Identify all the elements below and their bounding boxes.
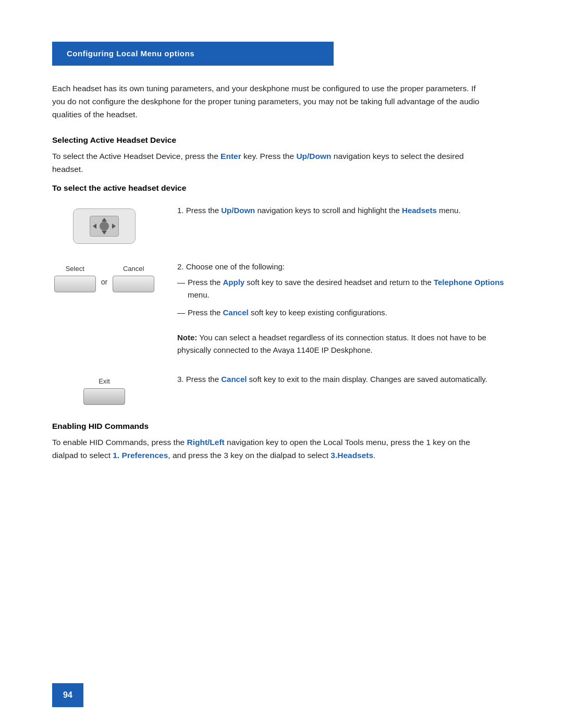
subsection1-heading: To select the active headset device	[52, 183, 511, 193]
nav-up-arrow	[102, 218, 107, 221]
step2-row: Select or Cancel 2. Choose one of the fo…	[52, 261, 511, 356]
nav-down-arrow	[102, 231, 107, 235]
cancel-softkey-item: Cancel	[113, 265, 154, 292]
enabling-preferences-label: 1. Preferences	[113, 451, 168, 460]
header-banner-text: Configuring Local Menu options	[67, 49, 194, 58]
step3-text-col: 3. Press the Cancel soft key to exit to …	[177, 373, 511, 386]
enabling-subtext: To enable HID Commands, press the Right/…	[52, 436, 480, 462]
step2-bullet1: Press the Apply soft key to save the des…	[177, 276, 511, 301]
cancel-softkey-btn[interactable]	[113, 276, 154, 292]
step2-bullet2-pre: Press the	[188, 308, 223, 317]
updown-label: Up/Down	[296, 152, 331, 161]
exit-key-btn[interactable]	[83, 388, 125, 405]
nav-h-row	[93, 221, 116, 231]
enabling-text-pre: To enable HID Commands, press the	[52, 438, 187, 447]
enabling-text-and: , and press the 3 key on the dialpad to …	[168, 451, 331, 460]
step1-text-post: navigation keys to scroll and highlight …	[255, 206, 402, 215]
step1-image-col	[52, 204, 156, 244]
step2-bullet1-post: menu.	[188, 290, 210, 299]
up-arrow-icon	[102, 218, 107, 221]
enabling-heading: Enabling HID Commands	[52, 422, 511, 431]
step2-bullet2: Press the Cancel soft key to keep existi…	[177, 306, 511, 319]
step2-apply-label: Apply	[223, 278, 245, 287]
step2-note: Note: You can select a headset regardles…	[177, 331, 511, 356]
enabling-rightleft-label: Right/Left	[187, 438, 224, 447]
nav-cluster	[93, 218, 116, 235]
step2-cancel-label: Cancel	[223, 308, 249, 317]
step1-text-col: 1. Press the Up/Down navigation keys to …	[177, 204, 511, 217]
header-banner: Configuring Local Menu options	[52, 42, 334, 66]
step3-row: Exit 3. Press the Cancel soft key to exi…	[52, 373, 511, 405]
cancel-softkey-label: Cancel	[123, 265, 144, 273]
section1-subtext: To select the Active Headset Device, pre…	[52, 150, 480, 176]
step3-text-pre: Press the	[186, 375, 222, 384]
left-arrow-icon	[93, 224, 96, 229]
select-softkey-btn[interactable]	[54, 276, 96, 292]
step2-bullet-list: Press the Apply soft key to save the des…	[177, 276, 511, 324]
step1-headsets-label: Headsets	[402, 206, 437, 215]
step2-number: 2. Choose one of the following:	[177, 261, 511, 273]
page-container: Configuring Local Menu options Each head…	[0, 0, 563, 728]
page-number-box: 94	[52, 683, 83, 707]
step3-text-post: soft key to exit to the main display. Ch…	[247, 375, 487, 384]
nav-device-inner	[90, 216, 119, 237]
intro-paragraph: Each headset has its own tuning paramete…	[52, 82, 480, 121]
down-arrow-icon	[102, 231, 107, 235]
softkey-or-text: or	[101, 278, 107, 289]
step1-text-pre: Press the	[186, 206, 222, 215]
step2-text-col: 2. Choose one of the following: Press th…	[177, 261, 511, 356]
step2-image-col: Select or Cancel	[52, 261, 156, 292]
step3-number: 3.	[177, 375, 184, 384]
step2-bullet1-mid: soft key to save the desired headset and…	[244, 278, 434, 287]
section1-subtext-mid: key. Press the	[241, 152, 297, 161]
enabling-headsets-label: 3.Headsets	[331, 451, 373, 460]
select-softkey-item: Select	[54, 265, 96, 292]
nav-center-btn	[100, 221, 109, 231]
enabling-text-end: .	[373, 451, 375, 460]
step2-note-bold: Note:	[177, 333, 197, 342]
softkey-row: Select or Cancel	[54, 265, 154, 292]
exit-key-item: Exit	[83, 377, 125, 405]
step1-updown-label: Up/Down	[221, 206, 255, 215]
step1-row: 1. Press the Up/Down navigation keys to …	[52, 204, 511, 244]
section1-subtext-pre: To select the Active Headset Device, pre…	[52, 152, 221, 161]
enabling-section: Enabling HID Commands To enable HID Comm…	[52, 422, 511, 462]
select-softkey-label: Select	[66, 265, 84, 273]
step3-cancel-label: Cancel	[221, 375, 247, 384]
section1-heading: Selecting Active Headset Device	[52, 135, 511, 145]
step2-telephone-options-label: Telephone Options	[434, 278, 504, 287]
step1-number: 1.	[177, 206, 184, 215]
step3-image-col: Exit	[52, 373, 156, 405]
step2-bullet2-post: soft key to keep existing configurations…	[249, 308, 387, 317]
step2-choose-text: Choose one of the following:	[186, 262, 285, 271]
step2-bullet1-pre: Press the	[188, 278, 223, 287]
enter-label: Enter	[221, 152, 241, 161]
page-number: 94	[63, 690, 72, 700]
step1-text-end: menu.	[437, 206, 461, 215]
step2-note-text: You can select a headset regardless of i…	[177, 333, 486, 354]
right-arrow-icon	[112, 224, 116, 229]
nav-device-image	[73, 208, 136, 244]
exit-key-label: Exit	[99, 377, 110, 385]
steps-container: 1. Press the Up/Down navigation keys to …	[52, 204, 511, 405]
